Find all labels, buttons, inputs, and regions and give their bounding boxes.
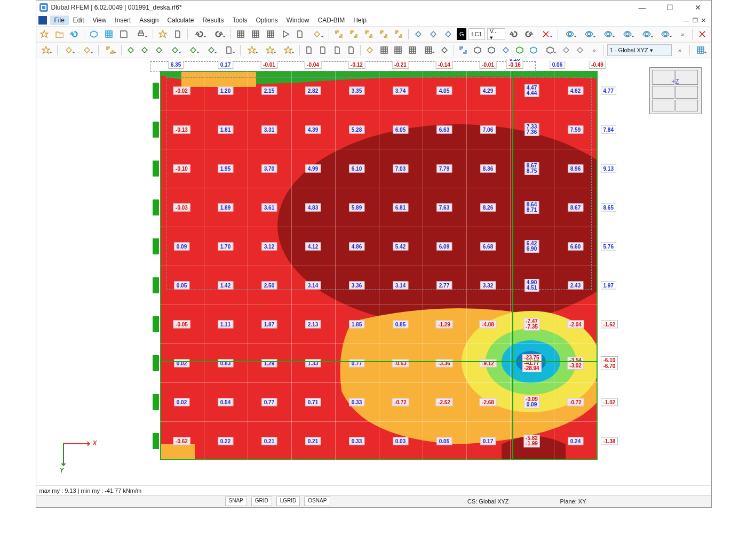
- close-button[interactable]: ✕: [688, 1, 708, 14]
- maximize-button[interactable]: ☐: [660, 1, 680, 14]
- new-button[interactable]: [38, 28, 51, 41]
- member-tool[interactable]: [79, 44, 95, 57]
- menu-insert[interactable]: Insert: [110, 15, 135, 25]
- sel-invert-button[interactable]: [377, 28, 390, 41]
- mdi-restore-icon[interactable]: ❐: [693, 17, 698, 24]
- tool-b-button[interactable]: [427, 28, 440, 41]
- redo-button[interactable]: [210, 28, 227, 41]
- view-a[interactable]: [472, 44, 483, 57]
- view-b[interactable]: [486, 44, 497, 57]
- minimize-button[interactable]: —: [632, 1, 653, 14]
- surface-tool[interactable]: [102, 44, 118, 57]
- delete-result-button[interactable]: [537, 28, 554, 41]
- section-tool[interactable]: [542, 44, 558, 57]
- menu-view[interactable]: View: [89, 15, 111, 25]
- result-value-label: 1.85: [349, 320, 364, 328]
- menu-cad-bim[interactable]: CAD-BIM: [313, 15, 349, 25]
- toolbar2-overflow[interactable]: »: [588, 44, 600, 57]
- iso-solid-tool[interactable]: [528, 44, 539, 57]
- res-d[interactable]: [407, 44, 418, 57]
- menu-help[interactable]: Help: [349, 15, 371, 25]
- rotate-tool[interactable]: [331, 44, 343, 57]
- menu-options[interactable]: Options: [251, 15, 282, 25]
- support-b[interactable]: [139, 44, 150, 57]
- script-button[interactable]: [279, 28, 292, 41]
- tool-c-button[interactable]: [442, 28, 455, 41]
- model-viewport[interactable]: -0.021.202.152.823.353.744.054.294.474.4…: [37, 59, 710, 485]
- move-tool[interactable]: [317, 44, 329, 57]
- model-button[interactable]: [88, 28, 100, 41]
- load-a[interactable]: [244, 44, 260, 57]
- show-supports-button[interactable]: [619, 28, 636, 41]
- line-tool[interactable]: [61, 44, 77, 57]
- toolbar-overflow[interactable]: »: [676, 28, 689, 41]
- support-c[interactable]: [153, 44, 164, 57]
- diagram-tool[interactable]: [499, 44, 511, 57]
- print-button[interactable]: [132, 28, 149, 41]
- filter-tool[interactable]: [457, 44, 469, 57]
- result-value-label: 1.95: [218, 164, 233, 172]
- hide-button[interactable]: [581, 28, 598, 41]
- load-c[interactable]: [280, 44, 296, 57]
- save-button[interactable]: [117, 28, 130, 41]
- mdi-minimize-icon[interactable]: —: [684, 17, 689, 23]
- mirror-tool[interactable]: [345, 44, 357, 57]
- workplane-button[interactable]: [693, 44, 709, 57]
- sel-clear-button[interactable]: [392, 28, 405, 41]
- menu-assign[interactable]: Assign: [135, 15, 163, 25]
- menu-edit[interactable]: Edit: [69, 15, 89, 25]
- show-mesh-button[interactable]: [638, 28, 655, 41]
- res-c[interactable]: [392, 44, 404, 57]
- load-b[interactable]: [262, 44, 278, 57]
- support-d[interactable]: [167, 44, 183, 57]
- lgrid-toggle[interactable]: LGRID: [276, 497, 300, 506]
- table2-button[interactable]: [249, 28, 262, 41]
- menu-results[interactable]: Results: [198, 15, 228, 25]
- menu-window[interactable]: Window: [282, 15, 314, 25]
- iso-surface-tool[interactable]: [514, 44, 526, 57]
- menu-calculate[interactable]: Calculate: [163, 15, 198, 25]
- snap-toggle[interactable]: SNAP: [225, 497, 247, 506]
- axis-tool[interactable]: [560, 44, 572, 57]
- doc-button[interactable]: [171, 28, 184, 41]
- menu-tools[interactable]: Tools: [228, 15, 251, 25]
- copy-tool[interactable]: [303, 44, 315, 57]
- table3-button[interactable]: [264, 28, 277, 41]
- res-a[interactable]: [364, 44, 376, 57]
- insert-button[interactable]: [308, 28, 325, 41]
- undo-button[interactable]: [191, 28, 208, 41]
- next-lc-button[interactable]: [522, 28, 535, 41]
- table1-button[interactable]: [234, 28, 247, 41]
- res-e[interactable]: [420, 44, 436, 57]
- label-tool[interactable]: [221, 44, 237, 57]
- res-b[interactable]: [378, 44, 390, 57]
- osnap-toggle[interactable]: OSNAP: [304, 497, 330, 506]
- support-a[interactable]: [125, 44, 137, 57]
- sel-all-button[interactable]: [362, 28, 375, 41]
- open-button[interactable]: [53, 28, 66, 41]
- wizard-button[interactable]: [156, 28, 169, 41]
- abort-button[interactable]: [696, 28, 709, 41]
- res-f[interactable]: [439, 44, 450, 57]
- sc-button[interactable]: [294, 28, 307, 41]
- view-cube[interactable]: +Z: [649, 67, 702, 114]
- support-f[interactable]: [203, 44, 219, 57]
- loadcase-dropdown[interactable]: V... ▾: [487, 28, 506, 40]
- coordinate-system-dropdown[interactable]: 1 - Global XYZ ▾: [607, 44, 672, 56]
- show-loads-button[interactable]: [600, 28, 617, 41]
- sel-lasso-button[interactable]: [347, 28, 360, 41]
- cs-overflow[interactable]: »: [674, 44, 686, 57]
- prev-lc-button[interactable]: [507, 28, 520, 41]
- support-e[interactable]: [185, 44, 201, 57]
- menu-file[interactable]: File: [50, 15, 69, 25]
- sel-rect-button[interactable]: [332, 28, 345, 41]
- tool-a-button[interactable]: [412, 28, 425, 41]
- node-tool[interactable]: [38, 44, 54, 57]
- show-values-button[interactable]: [561, 28, 578, 41]
- mesh-button[interactable]: [102, 28, 115, 41]
- mdi-close-icon[interactable]: ✕: [701, 17, 706, 24]
- check-tool[interactable]: [574, 44, 586, 57]
- refresh-button[interactable]: [68, 28, 81, 41]
- grid-toggle[interactable]: GRID: [251, 497, 272, 506]
- show-results-button[interactable]: [657, 28, 674, 41]
